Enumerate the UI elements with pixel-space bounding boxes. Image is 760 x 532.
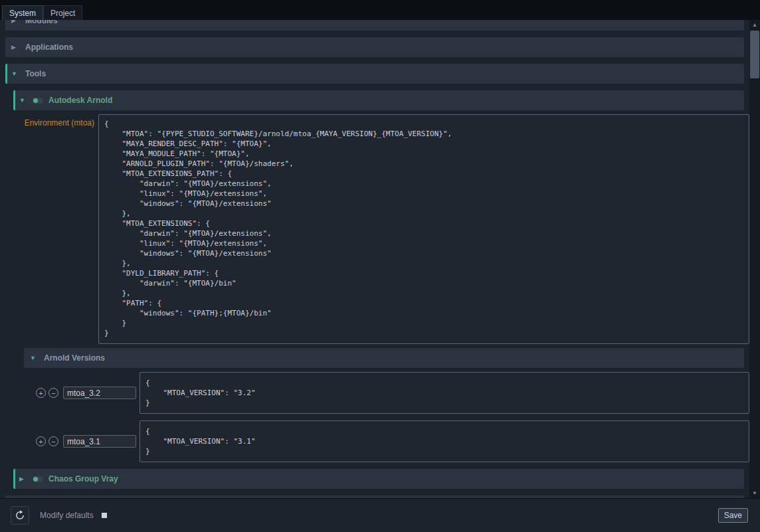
expand-arrow-icon: ▼ xyxy=(30,355,39,361)
version-controls: + − xyxy=(36,387,140,399)
section-label-applications: Applications xyxy=(25,43,73,52)
section-header-autodesk-arnold[interactable]: ▼ Autodesk Arnold xyxy=(13,90,744,110)
environment-json-editor[interactable]: { "MTOA": "{PYPE_STUDIO_SOFTWARE}/arnold… xyxy=(98,114,749,344)
section-header-modules[interactable]: ▶ Modules xyxy=(5,20,744,31)
version-row: + − { "MTOA_VERSION": "3.2" } xyxy=(36,372,749,414)
vray-title: Chaos Group Vray xyxy=(48,474,118,484)
collapse-arrow-icon: ▶ xyxy=(11,20,21,24)
settings-scroll-area: ▶ Modules ▶ Applications ▼ Tools ▼ Autod… xyxy=(0,20,749,498)
version-json-editor[interactable]: { "MTOA_VERSION": "3.1" } xyxy=(140,420,749,462)
expand-arrow-icon: ▼ xyxy=(19,98,29,104)
section-header-tools[interactable]: ▼ Tools xyxy=(5,64,744,84)
add-version-button[interactable]: + xyxy=(36,436,46,446)
remove-version-button[interactable]: − xyxy=(48,388,58,398)
collapse-arrow-icon: ▶ xyxy=(19,476,29,482)
section-label-modules: Modules xyxy=(25,20,58,25)
modify-defaults-label: Modify defaults xyxy=(40,511,94,520)
settings-content: ▶ Modules ▶ Applications ▼ Tools ▼ Autod… xyxy=(0,20,760,498)
save-button[interactable]: Save xyxy=(718,508,748,523)
collapse-arrow-icon: ▶ xyxy=(11,44,21,50)
scrollbar-thumb[interactable] xyxy=(750,31,759,78)
version-name-input[interactable] xyxy=(63,387,136,399)
section-label-tools: Tools xyxy=(25,69,46,78)
arnold-versions-label: Arnold Versions xyxy=(44,353,105,363)
section-header-applications[interactable]: ▶ Applications xyxy=(5,37,744,57)
section-header-chaos-group-vray[interactable]: ▶ Chaos Group Vray xyxy=(13,469,744,489)
vray-enabled-toggle[interactable] xyxy=(33,476,43,482)
refresh-button[interactable] xyxy=(11,506,29,525)
add-version-button[interactable]: + xyxy=(36,388,46,398)
version-name-input[interactable] xyxy=(63,435,136,448)
modify-defaults-checkbox[interactable] xyxy=(102,513,107,518)
arnold-enabled-toggle[interactable] xyxy=(33,98,43,104)
environment-label: Environment (mtoa) xyxy=(13,114,98,344)
version-row: + − { "MTOA_VERSION": "3.1" } xyxy=(36,420,749,462)
tab-system[interactable]: System xyxy=(2,5,43,20)
refresh-icon xyxy=(15,510,25,521)
vertical-scrollbar: ▲ ▼ xyxy=(749,20,760,498)
footer-bar: Modify defaults Save xyxy=(0,498,760,532)
tab-project[interactable]: Project xyxy=(43,5,82,20)
arnold-title: Autodesk Arnold xyxy=(48,96,112,105)
scroll-up-arrow-icon[interactable]: ▲ xyxy=(749,20,760,29)
tab-bar: System Project xyxy=(0,0,760,20)
tools-body: ▼ Autodesk Arnold Environment (mtoa) { "… xyxy=(0,90,749,498)
environment-row: Environment (mtoa) { "MTOA": "{PYPE_STUD… xyxy=(13,114,749,344)
expand-arrow-icon: ▼ xyxy=(11,71,21,77)
version-json-editor[interactable]: { "MTOA_VERSION": "3.2" } xyxy=(140,372,749,414)
remove-version-button[interactable]: − xyxy=(48,436,58,446)
version-controls: + − xyxy=(36,435,140,448)
scroll-down-arrow-icon[interactable]: ▼ xyxy=(749,488,760,497)
section-header-arnold-versions[interactable]: ▼ Arnold Versions xyxy=(24,348,744,368)
